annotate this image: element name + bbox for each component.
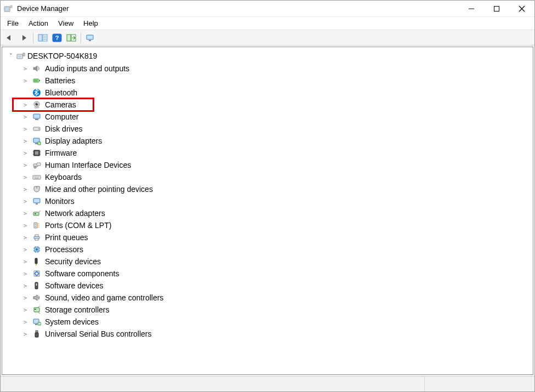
category-label: Security devices xyxy=(45,257,101,266)
category-label: Ports (COM & LPT) xyxy=(45,221,111,230)
category-row[interactable]: >Processors xyxy=(19,243,531,255)
svg-rect-52 xyxy=(38,177,39,177)
category-row[interactable]: >Mice and other pointing devices xyxy=(19,183,531,195)
collapse-icon[interactable]: ˅ xyxy=(8,53,14,60)
titlebar: Device Manager xyxy=(1,1,534,17)
svg-rect-53 xyxy=(35,178,39,179)
category-row[interactable]: >Human Interface Devices xyxy=(19,159,531,171)
category-row[interactable]: >Software devices xyxy=(19,280,531,292)
expand-icon[interactable]: > xyxy=(22,150,29,157)
expand-icon[interactable]: > xyxy=(22,294,29,302)
category-row[interactable]: Bluetooth xyxy=(19,87,531,99)
svg-rect-37 xyxy=(35,151,38,155)
category-row[interactable]: >Batteries xyxy=(19,75,531,87)
category-row[interactable]: >Print queues xyxy=(19,231,531,243)
category-label: Monitors xyxy=(45,197,75,206)
category-row[interactable]: >Monitors xyxy=(19,195,531,207)
forward-button[interactable] xyxy=(17,31,30,44)
category-row[interactable]: >Cameras xyxy=(19,99,531,111)
computer-root-icon xyxy=(16,52,25,60)
category-label: Network adapters xyxy=(45,209,105,218)
menu-help[interactable]: Help xyxy=(83,19,98,27)
expand-icon[interactable]: > xyxy=(22,162,29,169)
expand-icon[interactable]: > xyxy=(22,186,29,193)
svg-rect-76 xyxy=(36,264,37,265)
root-node[interactable]: ˅ DESKTOP-504K819 xyxy=(4,50,531,61)
display-legacy-button[interactable] xyxy=(84,31,97,44)
svg-point-28 xyxy=(37,103,38,104)
category-row[interactable]: >Software components xyxy=(19,268,531,280)
menu-file[interactable]: File xyxy=(7,19,19,27)
ports-icon xyxy=(32,220,42,230)
svg-point-61 xyxy=(35,226,36,227)
expand-icon[interactable]: > xyxy=(22,282,29,289)
device-tree[interactable]: ˅ DESKTOP-504K819 >Audio inputs and outp… xyxy=(2,47,533,375)
expand-icon[interactable]: > xyxy=(22,126,29,133)
expand-icon[interactable]: > xyxy=(22,270,29,277)
category-label: Software components xyxy=(45,269,119,278)
window-title: Device Manager xyxy=(17,4,69,13)
expand-icon[interactable]: > xyxy=(22,331,29,338)
expand-icon[interactable]: > xyxy=(22,174,29,181)
svg-rect-22 xyxy=(39,80,40,81)
back-button[interactable] xyxy=(3,31,16,44)
svg-rect-14 xyxy=(67,35,71,41)
category-label: Batteries xyxy=(45,76,75,85)
expand-icon[interactable]: > xyxy=(22,198,29,205)
svg-rect-30 xyxy=(35,119,38,120)
expand-icon[interactable]: > xyxy=(22,319,29,326)
expand-icon[interactable]: > xyxy=(22,222,29,229)
svg-rect-1 xyxy=(5,8,9,10)
close-button[interactable] xyxy=(509,1,534,17)
expand-icon[interactable]: > xyxy=(22,258,29,265)
category-label: Human Interface Devices xyxy=(45,161,131,169)
disk-drive-icon xyxy=(32,124,42,134)
show-hide-console-button[interactable] xyxy=(36,31,49,44)
category-row[interactable]: >Security devices xyxy=(19,255,531,268)
svg-rect-59 xyxy=(34,223,37,228)
category-row[interactable]: >Ports (COM & LPT) xyxy=(19,219,531,231)
monitor-icon xyxy=(32,196,42,206)
hid-icon xyxy=(32,160,42,170)
expand-icon[interactable]: > xyxy=(22,101,29,109)
computer-icon xyxy=(32,112,42,122)
expand-icon[interactable]: > xyxy=(22,210,29,217)
category-row[interactable]: >Disk drives xyxy=(19,123,531,135)
minimize-button[interactable] xyxy=(459,1,484,17)
category-row[interactable]: >Sound, video and game controllers xyxy=(19,292,531,304)
category-row[interactable]: >Audio inputs and outputs xyxy=(19,63,531,75)
expand-icon[interactable]: > xyxy=(22,65,29,72)
expand-icon[interactable]: > xyxy=(22,306,29,314)
help-button[interactable]: ? xyxy=(50,31,64,44)
mouse-icon xyxy=(32,184,42,194)
menu-view[interactable]: View xyxy=(58,19,73,27)
category-label: Mice and other pointing devices xyxy=(45,185,153,194)
category-row[interactable]: >Computer xyxy=(19,111,531,123)
software-component-icon xyxy=(32,269,42,279)
svg-rect-66 xyxy=(36,248,38,251)
category-row[interactable]: >Keyboards xyxy=(19,171,531,183)
category-row[interactable]: >Universal Serial Bus controllers xyxy=(19,328,531,340)
category-label: Software devices xyxy=(45,281,104,290)
expand-icon[interactable]: > xyxy=(22,138,29,145)
svg-rect-49 xyxy=(35,177,36,177)
category-row[interactable]: >Network adapters xyxy=(19,207,531,219)
scan-hardware-button[interactable] xyxy=(65,31,78,44)
category-row[interactable]: >Display adapters xyxy=(19,135,531,147)
expand-icon[interactable]: > xyxy=(22,246,29,253)
category-row[interactable]: >System devices xyxy=(19,316,531,328)
toolbar: ? xyxy=(1,30,534,46)
svg-text:?: ? xyxy=(55,35,59,41)
expand-icon[interactable]: > xyxy=(22,113,29,121)
category-row[interactable]: >Storage controllers xyxy=(19,304,531,316)
svg-rect-48 xyxy=(34,177,35,177)
svg-rect-29 xyxy=(33,114,40,118)
expand-icon[interactable]: > xyxy=(22,234,29,241)
maximize-button[interactable] xyxy=(484,1,509,17)
svg-rect-55 xyxy=(33,198,40,203)
sound-video-icon xyxy=(32,293,42,303)
storage-controller-icon xyxy=(32,305,42,315)
category-row[interactable]: >Firmware xyxy=(19,147,531,159)
expand-icon[interactable]: > xyxy=(22,77,29,84)
menu-action[interactable]: Action xyxy=(29,19,48,27)
